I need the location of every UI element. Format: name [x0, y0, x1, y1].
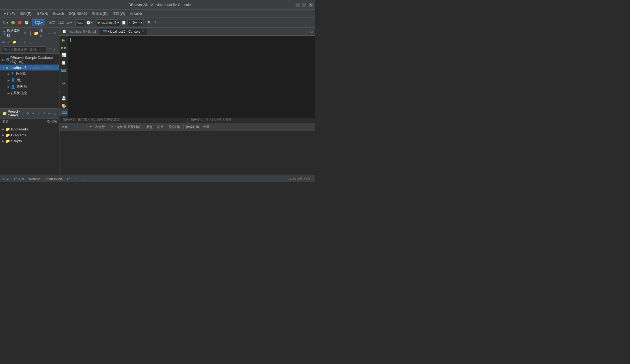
- maximize-panel-btn[interactable]: □: [52, 31, 57, 36]
- project-max-btn[interactable]: □: [52, 111, 57, 116]
- status-more[interactable]: ⋮: [82, 177, 85, 181]
- more-btn[interactable]: ⋮: [153, 20, 158, 25]
- format-btn[interactable]: 🎨: [61, 103, 67, 109]
- settings-btn[interactable]: ⚙: [61, 80, 67, 86]
- status-mode: Smart Insert: [44, 177, 62, 181]
- menu-search[interactable]: Search: [51, 11, 66, 16]
- db-nav-close-btn[interactable]: ✕: [24, 32, 26, 35]
- sync-btn[interactable]: ⇄: [23, 40, 28, 45]
- sysinfo-node[interactable]: ▶ ℹ 系统信息: [5, 90, 59, 96]
- minimize-button[interactable]: ─: [296, 3, 300, 7]
- console-tab[interactable]: ⌨ <localhost 5> Console ✕: [99, 29, 148, 35]
- minus-btn[interactable]: ─: [17, 40, 22, 45]
- more-nav-btn[interactable]: ⋮: [28, 40, 33, 45]
- auto-dropdown[interactable]: 🕐 ▾: [85, 20, 94, 25]
- schema-combo[interactable]: < N/A > ▾: [128, 19, 144, 26]
- project-settings-btn[interactable]: ⚙: [25, 111, 30, 116]
- diagrams-item[interactable]: ▶ 📁 Diagrams: [0, 132, 59, 138]
- search-btn[interactable]: 🔍: [146, 20, 152, 25]
- console-btn[interactable]: ⌨: [61, 67, 67, 73]
- status-writable: Writable: [28, 177, 40, 181]
- menu-help[interactable]: 帮助(H): [128, 11, 144, 17]
- connect-btn[interactable]: 🟢: [10, 20, 16, 25]
- editor-text-area[interactable]: [68, 36, 315, 118]
- auto-label: Auto: [77, 21, 83, 25]
- add-connection-btn[interactable]: ⊕: [1, 40, 6, 45]
- project-columns: 名称 数据源: [0, 119, 59, 125]
- users-icon: 👤: [11, 78, 15, 82]
- script-tab[interactable]: 📝 <localhost 5> Script: [59, 29, 99, 35]
- dropdown-arrow: ▾: [7, 21, 8, 25]
- sql-dropdown-arrow: ▾: [41, 21, 43, 25]
- sqlite-node[interactable]: ▶ 🗄 DBeaver Sample Database (SQLite): [0, 55, 59, 65]
- toggle-btn[interactable]: ⇄ ▾: [66, 20, 73, 25]
- connection-settings-btn[interactable]: 📄: [121, 20, 127, 25]
- editor-min-btn[interactable]: ─: [304, 29, 309, 34]
- bookmarks-icon: 📁: [5, 127, 10, 131]
- scripts-item[interactable]: ▶ 📁 Scripts: [0, 138, 59, 144]
- sql-button[interactable]: SQL ▾: [32, 19, 45, 26]
- project-close-btn[interactable]: ✕: [22, 112, 24, 115]
- new-connection-btn[interactable]: 🔌 ▾: [1, 20, 9, 25]
- editor-max-btn[interactable]: □: [309, 29, 314, 34]
- menu-window[interactable]: 窗口(W): [110, 11, 127, 17]
- add-dropdown-btn[interactable]: ▾: [6, 40, 11, 45]
- users-node[interactable]: ▶ 👤 用户: [5, 77, 59, 83]
- search-input[interactable]: [2, 46, 46, 52]
- more-options-btn[interactable]: ...: [61, 87, 67, 94]
- project-minus-btn[interactable]: ─: [31, 111, 35, 116]
- databases-label: 数据库: [16, 71, 26, 76]
- schema-arr: ▾: [141, 21, 142, 25]
- admins-node[interactable]: ▶ 👤 管理员: [5, 83, 59, 90]
- menu-nav[interactable]: 导航(N): [34, 11, 50, 17]
- project-tab-label[interactable]: Project - General: [8, 110, 20, 117]
- bookmarks-label: Bookmarks: [11, 127, 29, 131]
- disconnect-btn[interactable]: 🔴: [17, 20, 23, 25]
- localhost5-icon: [6, 65, 9, 70]
- save-btn[interactable]: 💾: [61, 95, 67, 102]
- project-panel: 📁 Project - General ✕ ⚙ ─ + ⇄ ─ □ 名称 数据源: [0, 109, 59, 182]
- databases-node[interactable]: ▶ 🗄 数据库: [5, 70, 59, 77]
- connection-combo[interactable]: localhost 5 ▾: [96, 19, 120, 26]
- console-tab-icon: ⌨: [103, 30, 107, 33]
- close-button[interactable]: ✕: [309, 3, 313, 7]
- menu-sql-editor[interactable]: SQL 编辑器: [67, 11, 89, 17]
- project-tab[interactable]: 项目: [39, 29, 46, 38]
- folder-btn[interactable]: 📁: [12, 40, 17, 45]
- project-plus-btn[interactable]: +: [36, 111, 41, 116]
- menu-file[interactable]: 文件(F): [1, 11, 17, 17]
- project-min-btn[interactable]: ─: [47, 111, 52, 116]
- auto-commit-combo[interactable]: Auto: [75, 19, 85, 26]
- project-tab-sep: │: [29, 31, 32, 35]
- more-icon: ⋮: [154, 21, 157, 25]
- db-nav-tab[interactable]: 数据库导航: [7, 29, 22, 38]
- project-sync-btn[interactable]: ⇄: [41, 111, 46, 116]
- menu-edit[interactable]: 编辑(E): [18, 11, 33, 17]
- run-script-btn[interactable]: ▶▶: [61, 44, 67, 51]
- rollback-btn[interactable]: 回滚: [57, 20, 65, 25]
- run-btn[interactable]: ▶: [61, 37, 67, 43]
- filter-dropdown-btn[interactable]: ▾: [52, 47, 57, 52]
- bookmarks-arrow: ▶: [2, 128, 4, 131]
- localhost5-children: ▶ 🗄 数据库 ▶ 👤 用户 ▶ 👤 管理员: [0, 70, 59, 96]
- project-panel-icon: 📁: [2, 111, 7, 116]
- reconnect-btn[interactable]: 🔄: [24, 20, 30, 25]
- filter-btn[interactable]: ⊤: [48, 47, 52, 52]
- localhost5-node[interactable]: ▼ localhost 5 localhost:3306: [0, 65, 59, 70]
- sysinfo-icon: ℹ: [11, 91, 12, 95]
- project-tree: ▶ 📁 Bookmarks ▶ 📁 Diagrams ▶ 📁 Scripts: [0, 125, 59, 182]
- toolbar-sep-4: [95, 20, 95, 25]
- explain-btn[interactable]: 📊: [61, 52, 67, 58]
- toggle-dropdown: ▾: [70, 21, 72, 25]
- submit-btn[interactable]: 提交: [48, 20, 56, 25]
- bookmarks-item[interactable]: ▶ 📁 Bookmarks: [0, 126, 59, 132]
- diagrams-icon: 📁: [5, 133, 10, 137]
- log-btn[interactable]: 📋: [61, 59, 67, 66]
- console-tab-close-btn[interactable]: ✕: [142, 30, 144, 33]
- maximize-button[interactable]: □: [302, 3, 306, 7]
- minimize-panel-btn[interactable]: ─: [47, 31, 52, 36]
- editor-tab-controls: ─ □: [303, 29, 315, 34]
- status-brand: CSDN @早上真好: [288, 177, 312, 181]
- toggle-icon: ⇄: [67, 21, 70, 25]
- menu-database[interactable]: 数据库(D): [90, 11, 110, 17]
